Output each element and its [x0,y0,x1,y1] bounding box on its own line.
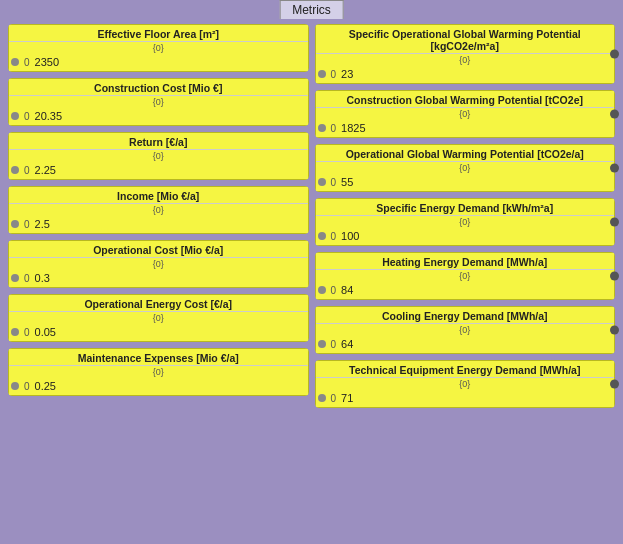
node-value: 84 [341,284,353,296]
port-left-icon [11,58,19,66]
node-sub: {0} [9,96,308,108]
node-sub: {0} [316,216,615,228]
node-value-row: 0 64 [316,336,615,353]
node-index: 0 [331,177,337,188]
port-right-icon [610,380,619,389]
node-title: Cooling Energy Demand [MWh/a] [316,307,615,324]
port-right-icon [610,110,619,119]
node-value: 2.25 [35,164,56,176]
port-left-icon [318,394,326,402]
node-value: 64 [341,338,353,350]
node-index: 0 [24,111,30,122]
node-sub: {0} [9,42,308,54]
node-index: 0 [331,393,337,404]
node-index: 0 [331,69,337,80]
node-value-row: 0 84 [316,282,615,299]
node-index: 0 [24,165,30,176]
node-return: Return [€/a] {0} 0 2.25 [8,132,309,180]
node-value-row: 0 23 [316,66,615,83]
port-left-icon [318,340,326,348]
node-value: 100 [341,230,359,242]
node-operational-gwp: Operational Global Warming Potential [tC… [315,144,616,192]
node-value-row: 0 0.3 [9,270,308,287]
node-title: Return [€/a] [9,133,308,150]
node-value-row: 0 1825 [316,120,615,137]
node-title: Operational Global Warming Potential [tC… [316,145,615,162]
node-index: 0 [24,273,30,284]
node-title: Maintenance Expenses [Mio €/a] [9,349,308,366]
tab-label: Metrics [292,3,331,17]
node-title: Operational Cost [Mio €/a] [9,241,308,258]
port-left-icon [11,112,19,120]
port-right-icon [610,326,619,335]
node-value: 0.05 [35,326,56,338]
node-value: 0.3 [35,272,50,284]
node-title: Income [Mio €/a] [9,187,308,204]
port-left-icon [318,286,326,294]
node-value: 1825 [341,122,365,134]
node-index: 0 [331,339,337,350]
node-cooling-energy-demand: Cooling Energy Demand [MWh/a] {0} 0 64 [315,306,616,354]
node-heating-energy-demand: Heating Energy Demand [MWh/a] {0} 0 84 [315,252,616,300]
node-value-row: 0 2.25 [9,162,308,179]
port-right-icon [610,272,619,281]
node-title: Construction Global Warming Potential [t… [316,91,615,108]
node-value-row: 0 55 [316,174,615,191]
port-left-icon [318,124,326,132]
node-value-row: 0 20.35 [9,108,308,125]
node-technical-equipment-energy: Technical Equipment Energy Demand [MWh/a… [315,360,616,408]
node-specific-energy-demand: Specific Energy Demand [kWh/m²a] {0} 0 1… [315,198,616,246]
main-area: Effective Floor Area [m²] {0} 0 2350 Con… [0,16,623,544]
node-index: 0 [331,231,337,242]
node-income: Income [Mio €/a] {0} 0 2.5 [8,186,309,234]
node-sub: {0} [9,366,308,378]
node-title: Operational Energy Cost [€/a] [9,295,308,312]
node-index: 0 [24,327,30,338]
node-sub: {0} [9,150,308,162]
node-grid: Effective Floor Area [m²] {0} 0 2350 Con… [8,24,615,408]
node-sub: {0} [9,204,308,216]
node-title: Heating Energy Demand [MWh/a] [316,253,615,270]
node-sub: {0} [316,270,615,282]
node-value: 20.35 [35,110,63,122]
node-operational-energy-cost: Operational Energy Cost [€/a] {0} 0 0.05 [8,294,309,342]
node-sub: {0} [9,312,308,324]
port-left-icon [11,166,19,174]
node-value: 55 [341,176,353,188]
port-right-icon [610,218,619,227]
node-title: Specific Operational Global Warming Pote… [316,25,615,54]
node-value-row: 0 100 [316,228,615,245]
node-specific-operational-gwp: Specific Operational Global Warming Pote… [315,24,616,84]
node-index: 0 [24,57,30,68]
port-right-icon [610,50,619,59]
node-sub: {0} [316,108,615,120]
node-value: 71 [341,392,353,404]
node-value-row: 0 71 [316,390,615,407]
node-value-row: 0 0.05 [9,324,308,341]
left-column: Effective Floor Area [m²] {0} 0 2350 Con… [8,24,309,408]
metrics-tab[interactable]: Metrics [279,0,344,19]
port-left-icon [11,382,19,390]
port-left-icon [318,70,326,78]
node-effective-floor-area: Effective Floor Area [m²] {0} 0 2350 [8,24,309,72]
node-sub: {0} [316,324,615,336]
node-construction-gwp: Construction Global Warming Potential [t… [315,90,616,138]
node-value: 0.25 [35,380,56,392]
node-sub: {0} [9,258,308,270]
right-column: Specific Operational Global Warming Pote… [315,24,616,408]
node-operational-cost: Operational Cost [Mio €/a] {0} 0 0.3 [8,240,309,288]
node-sub: {0} [316,378,615,390]
node-index: 0 [331,123,337,134]
node-construction-cost: Construction Cost [Mio €] {0} 0 20.35 [8,78,309,126]
port-left-icon [318,178,326,186]
port-left-icon [11,274,19,282]
port-left-icon [11,220,19,228]
node-value: 2350 [35,56,59,68]
node-sub: {0} [316,54,615,66]
port-left-icon [318,232,326,240]
port-right-icon [610,164,619,173]
node-index: 0 [331,285,337,296]
node-sub: {0} [316,162,615,174]
port-left-icon [11,328,19,336]
node-value-row: 0 2.5 [9,216,308,233]
